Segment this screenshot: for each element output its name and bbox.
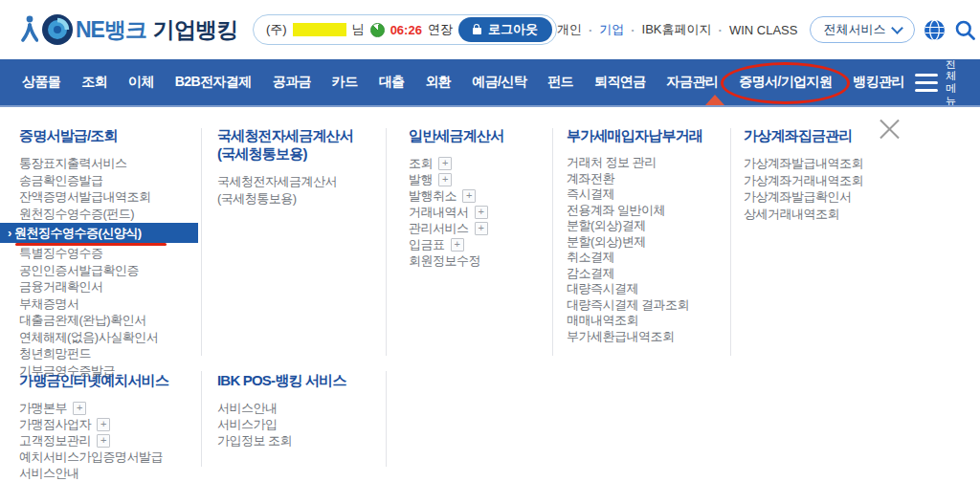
expand-icon[interactable]: +	[97, 418, 110, 431]
menu-item[interactable]: 가상계좌발급확인서	[744, 188, 925, 206]
menu-item[interactable]: 특별징수영수증	[19, 245, 197, 262]
menu-section-vat-buyer-payment: 부가세매입자납부거래거래처 정보 관리계좌전환즉시결제전용계좌 일반이체분할(외…	[567, 126, 729, 344]
logo-text: NE뱅크	[76, 15, 146, 45]
nav-item-transfer[interactable]: 이체	[118, 74, 165, 91]
nav-item-b2b[interactable]: B2B전자결제	[165, 74, 262, 91]
menu-item[interactable]: 가상계좌발급내역조회	[744, 155, 925, 172]
all-menu-label: 전체 메뉴	[946, 58, 956, 107]
nav-item-banking-management[interactable]: 뱅킹관리	[842, 74, 915, 91]
column-divider	[386, 128, 387, 356]
link-separator: ·	[719, 23, 723, 37]
menu-item[interactable]: 가맹점사업자+	[19, 416, 211, 432]
menu-item[interactable]: 청년희망펀드	[19, 345, 197, 362]
all-services-dropdown[interactable]: 전체서비스	[810, 16, 915, 43]
expand-icon[interactable]: +	[451, 238, 464, 252]
menu-item[interactable]: 발행+	[409, 171, 552, 187]
expand-icon[interactable]: +	[438, 173, 452, 186]
menu-item[interactable]: 관리서비스+	[409, 220, 552, 236]
nav-item-products[interactable]: 상품몰	[11, 74, 71, 91]
nav-item-card[interactable]: 카드	[322, 74, 368, 91]
nav-item-retirement-pension[interactable]: 퇴직연금	[584, 74, 657, 91]
all-menu-button[interactable]: 전체 메뉴	[915, 58, 956, 107]
header-utility: 개인 · 기업 · IBK홈페이지 · WIN CLASS 전체서비스	[557, 16, 977, 43]
menu-item[interactable]: 금융거래확인서	[19, 278, 197, 296]
menu-section-nts-tax-invoice: 국세청전자세금계산서(국세청통보용)국세청전자세금계산서(국세청통보용)	[217, 126, 386, 207]
expand-icon[interactable]: +	[73, 402, 86, 415]
menu-item[interactable]: 분할(외상)결제	[567, 218, 729, 234]
menu-section-title[interactable]: 가맹금인터넷예치서비스	[19, 371, 211, 389]
menu-item[interactable]: 가상계좌거래내역조회	[744, 172, 925, 189]
menu-item[interactable]: 대량즉시결제 결과조회	[567, 297, 729, 314]
nav-item-utility-bills[interactable]: 공과금	[262, 74, 322, 91]
menu-section-certificates: 증명서발급/조회통장표지출력서비스송금확인증발급잔액증명서발급내역조회원천징수영…	[19, 126, 197, 379]
menu-item[interactable]: 고객정보관리+	[19, 432, 211, 449]
nav-item-label: 증명서/기업지원	[739, 74, 832, 89]
header: NE뱅크 기업뱅킹 (주) 님 06:26 연장 로그아웃 개인 · 기업 · …	[0, 0, 980, 59]
menu-item[interactable]: 조회+	[409, 155, 552, 171]
menu-item[interactable]: 송금확인증발급	[19, 172, 197, 189]
menu-item[interactable]: 계좌전환	[567, 171, 729, 187]
menu-item[interactable]: 대량즉시결제	[567, 281, 729, 297]
nav-item-fund[interactable]: 펀드	[537, 74, 584, 91]
nav-item-inquiry[interactable]: 조회	[71, 74, 118, 91]
menu-item[interactable]: 매매내역조회	[567, 313, 729, 329]
menu-item[interactable]: 가맹본부+	[19, 400, 211, 416]
extend-session-button[interactable]: 연장	[428, 21, 453, 38]
menu-item[interactable]: 거래내역서+	[409, 204, 552, 220]
link-personal[interactable]: 개인	[557, 21, 582, 38]
menu-item[interactable]: 서비스가입	[217, 416, 409, 432]
menu-section-general-tax-invoice: 일반세금계산서조회+발행+발행취소+거래내역서+관리서비스+입금표+회원정보수정	[409, 126, 552, 269]
dropdown-pointer-icon	[705, 95, 724, 105]
expand-icon[interactable]: +	[475, 222, 488, 235]
menu-section-title[interactable]: 국세청전자세금계산서(국세청통보용)	[217, 126, 386, 163]
menu-item[interactable]: 연체해제(없음)사실확인서	[19, 329, 197, 346]
menu-section-title[interactable]: 부가세매입자납부거래	[567, 126, 729, 144]
menu-item[interactable]: 즉시결제	[567, 186, 729, 203]
logout-button[interactable]: 로그아웃	[458, 17, 552, 42]
expand-icon[interactable]: +	[438, 157, 452, 170]
nav-item-certificates-business-support[interactable]: 증명서/기업지원	[728, 74, 842, 91]
menu-item[interactable]: 부채증명서	[19, 296, 197, 313]
link-corporate[interactable]: 기업	[599, 21, 624, 38]
menu-item[interactable]: 대출금완제(완납)확인서	[19, 312, 197, 329]
menu-item[interactable]: 통장표지출력서비스	[19, 155, 197, 172]
nav-item-deposit-trust[interactable]: 예금/신탁	[461, 74, 537, 91]
menu-item[interactable]: 발행취소+	[409, 187, 552, 204]
menu-section-title[interactable]: 일반세금계산서	[409, 126, 552, 144]
menu-item[interactable]: 서비스안내	[19, 465, 211, 481]
menu-item[interactable]: 거래처 정보 관리	[567, 155, 729, 171]
search-button[interactable]	[954, 19, 976, 41]
menu-item[interactable]: 취소결제	[567, 250, 729, 266]
expand-icon[interactable]: +	[475, 206, 488, 219]
menu-item[interactable]: 분할(외상)변제	[567, 234, 729, 251]
nav-item-loan[interactable]: 대출	[368, 74, 415, 91]
app-logo[interactable]: NE뱅크 기업뱅킹	[21, 12, 237, 47]
menu-item[interactable]: 잔액증명서발급내역조회	[19, 188, 197, 206]
nav-item-forex[interactable]: 외환	[414, 74, 461, 91]
menu-item[interactable]: 상세거래내역조회	[744, 206, 925, 223]
menu-section-title[interactable]: 증명서발급/조회	[19, 126, 197, 144]
menu-item[interactable]: 부가세환급내역조회	[567, 329, 729, 345]
menu-item[interactable]: 회원정보수정	[409, 252, 552, 269]
menu-item[interactable]: 예치서비스가입증명서발급	[19, 449, 211, 465]
expand-icon[interactable]: +	[97, 434, 110, 448]
link-win-class[interactable]: WIN CLASS	[729, 23, 798, 37]
annotation-underline	[15, 243, 167, 246]
menu-section-title[interactable]: IBK POS-뱅킹 서비스	[217, 371, 409, 389]
menu-item-selected[interactable]: › 원천징수영수증(신양식)	[0, 223, 198, 243]
one-circle-icon	[41, 13, 74, 46]
menu-item[interactable]: 국세청전자세금계산서(국세청통보용)	[217, 173, 386, 207]
language-globe-button[interactable]	[924, 19, 946, 41]
company-prefix: (주)	[266, 21, 287, 38]
close-icon[interactable]	[877, 116, 903, 142]
menu-item[interactable]: 서비스안내	[217, 400, 409, 416]
menu-item[interactable]: 감소결제	[567, 266, 729, 282]
link-ibk-homepage[interactable]: IBK홈페이지	[642, 21, 712, 38]
nav-item-fund-management[interactable]: 자금관리	[657, 74, 729, 91]
menu-item[interactable]: 원천징수영수증(펀드)	[19, 206, 197, 223]
menu-item[interactable]: 가입정보 조회	[217, 432, 409, 449]
menu-item[interactable]: 공인인증서발급확인증	[19, 262, 197, 279]
menu-item[interactable]: 전용계좌 일반이체	[567, 203, 729, 219]
menu-item[interactable]: 입금표+	[409, 236, 552, 252]
expand-icon[interactable]: +	[462, 189, 476, 203]
